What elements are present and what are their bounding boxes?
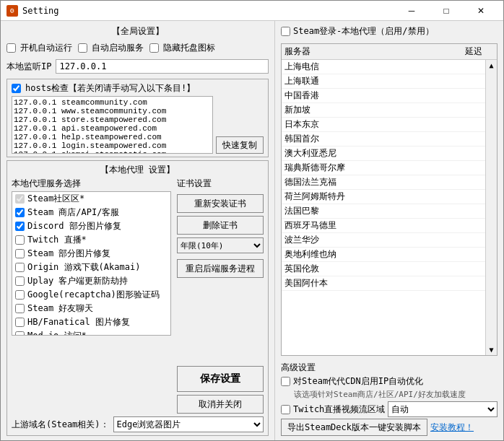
cancel-button[interactable]: 取消并关闭 <box>177 395 264 414</box>
autoservice-label[interactable]: 自动启动服务 <box>78 42 144 54</box>
maximize-button[interactable]: □ <box>430 1 463 21</box>
proxy-label-3: Twitch 直播* <box>27 234 87 246</box>
delete-cert-button[interactable]: 删除证书 <box>177 216 264 235</box>
domain-label: 上游域名(Steam相关)： <box>12 419 109 431</box>
proxy-checkbox-6[interactable] <box>15 276 25 286</box>
save-button[interactable]: 保存设置 <box>177 366 264 392</box>
server-item-2[interactable]: 中国香港 <box>282 89 485 103</box>
cdn-label: 对Steam代代CDN启用IP自动优化 <box>293 375 423 388</box>
col-delay-header: 延迟 <box>453 45 482 58</box>
server-list[interactable]: 上海电信 上海联通 中国香港 新加坡 日本东京 韩国首尔 澳大利亚悉尼 瑞典斯德… <box>282 60 485 291</box>
proxy-checkbox-4[interactable] <box>15 249 25 258</box>
proxy-list-label: 本地代理服务选择 <box>12 178 171 190</box>
server-item-13[interactable]: 奥地利维也纳 <box>282 248 485 262</box>
twitch-checkbox[interactable] <box>281 405 290 414</box>
proxy-label-7: Google(recaptcha)图形验证码 <box>27 289 160 301</box>
server-item-10[interactable]: 法国巴黎 <box>282 204 485 219</box>
proxy-item-2[interactable]: Discord 部分图片修复 <box>12 219 170 233</box>
year-select[interactable]: 年限(10年) <box>177 237 264 253</box>
advanced-title: 高级设置 <box>281 362 498 374</box>
proxy-label-4: Steam 部分图片修复 <box>27 248 110 260</box>
close-button[interactable]: ✕ <box>464 1 498 21</box>
server-item-4[interactable]: 日本东京 <box>282 118 485 132</box>
steam-login-checkbox[interactable] <box>281 27 290 36</box>
proxy-checkbox-7[interactable] <box>15 290 25 300</box>
hide-tray-label[interactable]: 隐藏托盘图标 <box>149 42 215 54</box>
hosts-checkbox[interactable] <box>12 84 21 93</box>
server-item-8[interactable]: 德国法兰克福 <box>282 175 485 190</box>
hosts-label-text: hosts检查【若关闭请手动写入以下条目!】 <box>25 82 195 95</box>
ip-row: 本地监听IP <box>6 59 269 74</box>
proxy-checkbox-10[interactable] <box>15 331 25 336</box>
proxy-item-3[interactable]: Twitch 直播* <box>12 233 170 247</box>
proxy-list-col: 本地代理服务选择 Steam社区区* Steam 商店/API/客服 <box>12 178 171 414</box>
server-scrollbar[interactable]: ▲ ▼ <box>485 60 497 355</box>
proxy-checkbox-8[interactable] <box>15 304 25 313</box>
steam-login-label: Steam登录-本地代理（启用/禁用） <box>293 25 434 38</box>
main-content: 【全局设置】 开机自动运行 自动启动服务 隐藏托盘图标 本地监听IP <box>1 21 503 440</box>
proxy-item-7[interactable]: Google(recaptcha)图形验证码 <box>12 288 170 302</box>
proxy-label-2: Discord 部分图片修复 <box>27 220 121 232</box>
server-item-5[interactable]: 韩国首尔 <box>282 132 485 147</box>
server-item-9[interactable]: 荷兰阿姆斯特丹 <box>282 190 485 204</box>
server-item-7[interactable]: 瑞典斯德哥尔摩 <box>282 161 485 175</box>
global-settings-title: 【全局设置】 <box>6 25 269 38</box>
proxy-list-wrap[interactable]: Steam社区区* Steam 商店/API/客服 Discord 部分图片修复 <box>12 191 171 336</box>
server-item-14[interactable]: 英国伦敦 <box>282 262 485 276</box>
minimize-button[interactable]: ─ <box>395 1 428 21</box>
server-item-15[interactable]: 美国阿什本 <box>282 276 485 291</box>
proxy-item-8[interactable]: Steam 好友聊天 <box>12 302 170 315</box>
server-item-6[interactable]: 澳大利亚悉尼 <box>282 147 485 161</box>
autoservice-text: 自动启动服务 <box>92 42 144 54</box>
twitch-label: Twitch直播视频流区域 <box>293 403 385 416</box>
hide-tray-checkbox[interactable] <box>149 43 159 53</box>
proxy-item-0[interactable]: Steam社区区* <box>12 192 170 206</box>
cdn-checkbox[interactable] <box>281 377 290 386</box>
proxy-item-10[interactable]: Mod.io 访问* <box>12 329 170 336</box>
server-item-1[interactable]: 上海联通 <box>282 74 485 89</box>
autostart-text: 开机自动运行 <box>20 42 72 54</box>
twitch-row: Twitch直播视频流区域 自动 <box>281 401 498 417</box>
autostart-label[interactable]: 开机自动运行 <box>6 42 72 54</box>
proxy-checkbox-5[interactable] <box>15 263 25 272</box>
proxy-label-10: Mod.io 访问* <box>27 330 87 336</box>
autoservice-checkbox[interactable] <box>78 43 87 53</box>
domain-select[interactable]: Edge浏览器图片 <box>113 416 264 432</box>
window-title: Setting <box>22 6 395 16</box>
restart-button[interactable]: 重启后端服务进程 <box>177 259 264 278</box>
proxy-label-1: Steam 商店/API/客服 <box>27 206 119 219</box>
hosts-textarea-wrap: 127.0.0.1 steamcommunity.com 127.0.0.1 w… <box>12 96 264 154</box>
bottom-row: 上游域名(Steam相关)： Edge浏览器图片 <box>12 416 264 432</box>
hosts-checkbox-label[interactable]: hosts检查【若关闭请手动写入以下条目!】 <box>12 82 264 95</box>
server-item-3[interactable]: 新加坡 <box>282 103 485 118</box>
proxy-item-5[interactable]: Origin 游戏下载(Akamai) <box>12 261 170 274</box>
quick-copy-button[interactable]: 快速复制 <box>216 136 264 154</box>
server-item-11[interactable]: 西班牙马德里 <box>282 219 485 233</box>
hosts-textarea[interactable]: 127.0.0.1 steamcommunity.com 127.0.0.1 w… <box>12 96 213 154</box>
proxy-checkbox-9[interactable] <box>15 318 25 327</box>
proxy-checkbox-1[interactable] <box>15 208 25 217</box>
steamdeck-button[interactable]: 导出SteamDeck版本一键安装脚本 <box>281 419 427 436</box>
server-item-0[interactable]: 上海电信 <box>282 60 485 74</box>
reinstall-cert-button[interactable]: 重新安装证书 <box>177 194 264 213</box>
proxy-two-col: 本地代理服务选择 Steam社区区* Steam 商店/API/客服 <box>12 178 264 414</box>
proxy-item-9[interactable]: HB/Fanatical 图片修复 <box>12 315 170 329</box>
app-icon: ⚙ <box>6 5 18 17</box>
cdn-row: 对Steam代代CDN启用IP自动优化 <box>281 375 498 388</box>
install-link[interactable]: 安装教程！ <box>430 422 474 434</box>
proxy-item-6[interactable]: Uplay 客户端更新防劫持 <box>12 274 170 288</box>
proxy-label-8: Steam 好友聊天 <box>27 302 93 315</box>
titlebar: ⚙ Setting ─ □ ✕ <box>1 1 503 21</box>
proxy-item-1[interactable]: Steam 商店/API/客服 <box>12 206 170 219</box>
proxy-checkbox-2[interactable] <box>15 222 25 231</box>
ip-input[interactable] <box>56 59 269 74</box>
proxy-item-4[interactable]: Steam 部分图片修复 <box>12 247 170 261</box>
proxy-checkbox-0[interactable] <box>15 194 25 204</box>
proxy-checkbox-3[interactable] <box>15 235 25 245</box>
server-item-12[interactable]: 波兰华沙 <box>282 233 485 248</box>
cert-label: 证书设置 <box>177 178 264 190</box>
autostart-checkbox[interactable] <box>6 43 16 53</box>
steamdeck-row: 导出SteamDeck版本一键安装脚本 安装教程！ <box>281 419 498 436</box>
main-window: ⚙ Setting ─ □ ✕ 【全局设置】 开机自动运行 自动启动服务 <box>0 0 504 441</box>
twitch-select[interactable]: 自动 <box>388 401 498 417</box>
